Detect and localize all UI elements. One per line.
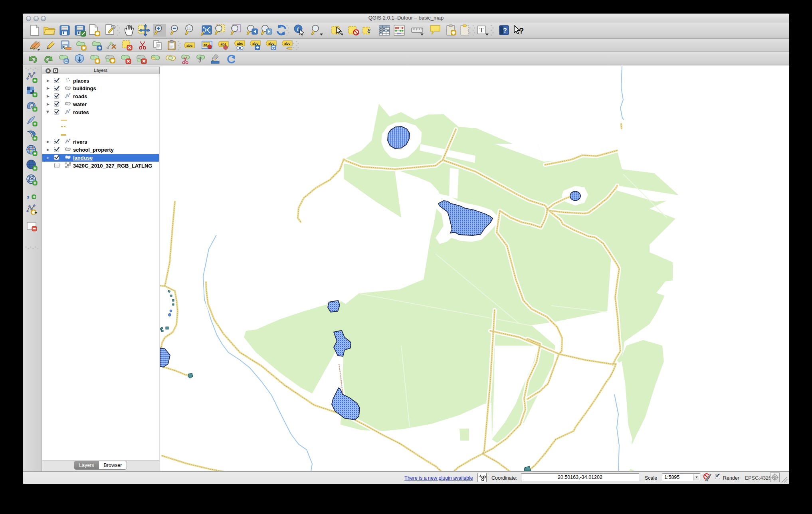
svg-text:?: ?	[519, 26, 524, 35]
svg-text:abc: abc	[186, 43, 193, 47]
svg-text:ab: ab	[220, 42, 225, 46]
svg-text:i: i	[297, 26, 299, 32]
svg-text:?: ?	[503, 27, 507, 34]
svg-text:abc: abc	[284, 42, 291, 45]
svg-text:1:1: 1:1	[187, 27, 191, 30]
svg-text:ab: ab	[204, 43, 207, 47]
svg-text:abc: abc	[237, 42, 243, 45]
svg-text:ε: ε	[367, 25, 371, 35]
svg-text:T: T	[479, 27, 483, 34]
svg-text:,: ,	[27, 189, 30, 200]
